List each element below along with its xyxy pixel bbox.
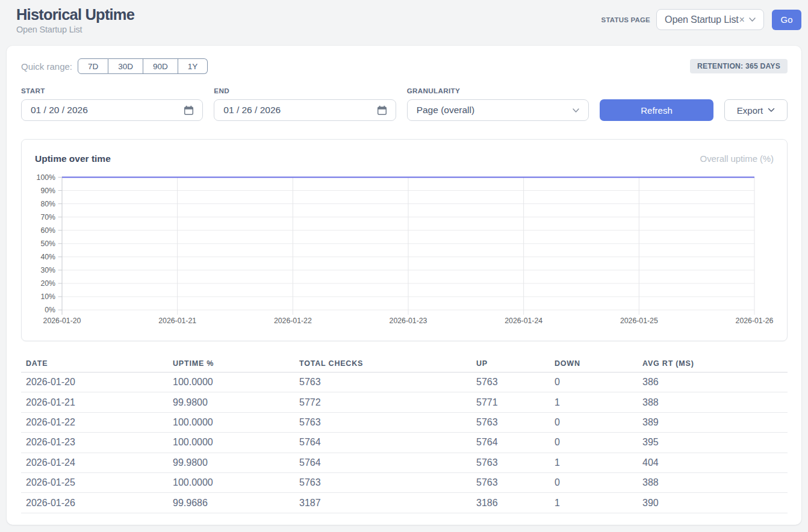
table-cell: 386 (638, 373, 788, 392)
quick-range-90d-button[interactable]: 90D (143, 58, 178, 74)
table-cell: 100.0000 (168, 373, 294, 392)
chart-y-label: 80% (40, 200, 55, 208)
chart-title: Uptime over time (35, 153, 111, 164)
quick-range-row: Quick range: 7D 30D 90D 1Y RETENTION: 36… (21, 58, 788, 74)
chart-x-label: 2026-01-26 (736, 317, 774, 325)
end-date-input[interactable]: 01 / 26 / 2026 (214, 99, 396, 121)
table-row: 2026-01-22100.0000576357630389 (21, 412, 788, 432)
table-cell: 5763 (294, 412, 471, 432)
chart-legend: Overall uptime (%) (700, 153, 774, 164)
table-cell: 3187 (294, 493, 471, 513)
chart-x-label: 2026-01-21 (158, 317, 196, 325)
go-button[interactable]: Go (772, 10, 801, 30)
table-cell: 395 (638, 433, 788, 453)
table-row: 2026-01-2199.9800577257711388 (21, 392, 788, 412)
table-cell: 2026-01-20 (21, 373, 168, 392)
table-cell: 2026-01-26 (21, 493, 168, 513)
export-button[interactable]: Export (724, 99, 788, 121)
chart-y-label: 40% (40, 253, 55, 261)
table-cell: 2026-01-22 (21, 412, 168, 432)
main-card: Quick range: 7D 30D 90D 1Y RETENTION: 36… (7, 46, 801, 525)
table-cell: 5764 (294, 453, 471, 472)
end-date-field: END 01 / 26 / 2026 (214, 87, 396, 121)
status-page-picker: STATUS PAGE Open Startup List × Go (601, 9, 801, 30)
controls-row: START 01 / 20 / 2026 END 01 / 26 / 2026 … (21, 87, 788, 121)
table-cell: 5764 (471, 433, 550, 453)
table-cell: 3186 (471, 493, 550, 513)
calendar-icon[interactable] (377, 105, 387, 116)
chart-y-label: 70% (40, 213, 55, 221)
chart-x-label: 2026-01-22 (274, 317, 312, 325)
daily-uptime-table: DATE UPTIME % TOTAL CHECKS UP DOWN AVG R… (21, 359, 788, 513)
table-cell: 0 (550, 373, 638, 392)
table-cell: 5763 (294, 472, 471, 492)
quick-range-30d-button[interactable]: 30D (108, 58, 143, 74)
chart-x-label: 2026-01-23 (390, 317, 427, 325)
table-cell: 2026-01-23 (21, 433, 168, 453)
table-cell: 0 (550, 412, 638, 432)
chart-y-label: 60% (40, 226, 55, 235)
chart-y-label: 0% (45, 306, 55, 314)
status-page-value: Open Startup List (665, 14, 739, 25)
chart-y-label: 10% (40, 292, 55, 301)
export-label: Export (737, 105, 763, 116)
table-cell: 388 (638, 392, 788, 412)
start-date-input[interactable]: 01 / 20 / 2026 (21, 99, 203, 121)
table-cell: 5763 (471, 412, 550, 432)
col-header-avg-rt: AVG RT (MS) (638, 359, 788, 373)
table-cell: 1 (550, 392, 638, 412)
table-row: 2026-01-25100.0000576357630388 (21, 472, 788, 492)
table-cell: 0 (550, 433, 638, 453)
table-cell: 390 (638, 493, 788, 513)
table-cell: 389 (638, 412, 788, 432)
quick-range-group: Quick range: 7D 30D 90D 1Y (21, 58, 208, 74)
table-cell: 5771 (471, 392, 550, 412)
calendar-icon[interactable] (184, 105, 194, 116)
granularity-select[interactable]: Page (overall) (407, 99, 589, 121)
refresh-button[interactable]: Refresh (600, 99, 713, 121)
chevron-down-icon (572, 108, 580, 113)
col-header-total-checks: TOTAL CHECKS (294, 359, 471, 373)
end-date-label: END (214, 87, 396, 94)
quick-range-label: Quick range: (21, 61, 72, 72)
quick-range-1y-button[interactable]: 1Y (178, 58, 208, 74)
table-cell: 2026-01-25 (21, 472, 168, 492)
page-subtitle: Open Startup List (16, 25, 134, 34)
table-cell: 5772 (294, 392, 471, 412)
quick-range-7d-button[interactable]: 7D (78, 58, 108, 74)
col-header-up: UP (471, 359, 550, 373)
table-cell: 100.0000 (168, 433, 294, 453)
chart-x-label: 2026-01-24 (505, 317, 542, 325)
clear-selection-icon[interactable]: × (739, 15, 745, 25)
chart-y-label: 100% (37, 173, 56, 182)
end-date-value: 01 / 26 / 2026 (223, 105, 376, 116)
table-row: 2026-01-2499.9800576457631404 (21, 453, 788, 472)
table-cell: 388 (638, 472, 788, 492)
table-cell: 404 (638, 453, 788, 472)
chart-y-label: 90% (40, 187, 55, 195)
quick-range-buttons: 7D 30D 90D 1Y (78, 58, 208, 74)
table-row: 2026-01-20100.0000576357630386 (21, 373, 788, 392)
table-cell: 99.9686 (168, 493, 294, 513)
page: Historical Uptime Open Startup List STAT… (0, 0, 808, 525)
chart-x-label: 2026-01-20 (43, 317, 81, 325)
status-page-select[interactable]: Open Startup List × (656, 9, 764, 30)
table-cell: 99.9800 (168, 392, 294, 412)
granularity-value: Page (overall) (417, 105, 572, 116)
table-cell: 5763 (471, 373, 550, 392)
uptime-line-chart: 0%10%20%30%40%50%60%70%80%90%100%2026-01… (22, 170, 788, 326)
col-header-uptime: UPTIME % (168, 359, 294, 373)
col-header-down: DOWN (550, 359, 638, 373)
table-cell: 5763 (471, 453, 550, 472)
start-date-label: START (21, 87, 203, 94)
chart-y-label: 30% (40, 266, 55, 274)
table-cell: 0 (550, 472, 638, 492)
table-row: 2026-01-2699.9686318731861390 (21, 493, 788, 513)
chart-x-label: 2026-01-25 (620, 317, 658, 325)
table-cell: 99.9800 (168, 453, 294, 472)
granularity-field: GRANULARITY Page (overall) (407, 87, 589, 121)
start-date-value: 01 / 20 / 2026 (31, 105, 184, 116)
granularity-label: GRANULARITY (407, 87, 589, 94)
table-row: 2026-01-23100.0000576457640395 (21, 433, 788, 453)
topbar: Historical Uptime Open Startup List STAT… (7, 0, 801, 46)
